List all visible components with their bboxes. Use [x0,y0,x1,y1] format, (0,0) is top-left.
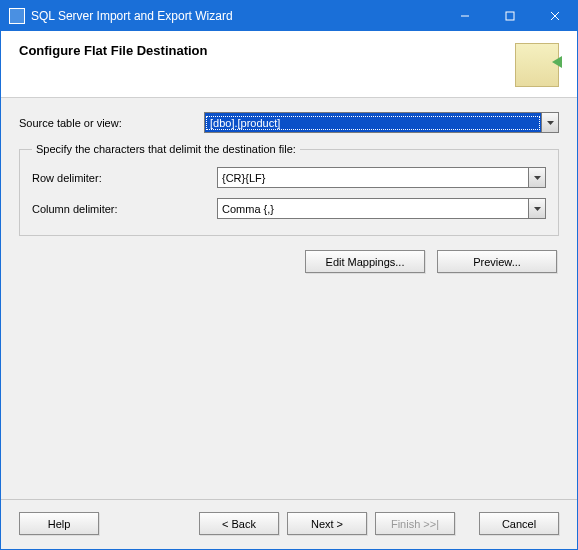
column-delimiter-label: Column delimiter: [32,203,217,215]
wizard-footer: Help < Back Next > Finish >>| Cancel [1,499,577,549]
arrow-icon [552,56,562,68]
close-button[interactable] [532,1,577,31]
row-delimiter-dropdown-button[interactable] [528,168,545,187]
window-title: SQL Server Import and Export Wizard [31,9,442,23]
row-delimiter-combo[interactable]: {CR}{LF} [217,167,546,188]
next-button[interactable]: Next > [287,512,367,535]
preview-button[interactable]: Preview... [437,250,557,273]
mapping-actions: Edit Mappings... Preview... [19,250,559,273]
finish-button: Finish >>| [375,512,455,535]
maximize-button[interactable] [487,1,532,31]
svg-marker-4 [547,121,554,125]
svg-marker-5 [534,176,541,180]
app-icon [9,8,25,24]
minimize-button[interactable] [442,1,487,31]
source-value: [dbo].[product] [206,116,540,130]
delimiters-fieldset: Specify the characters that delimit the … [19,143,559,236]
help-button[interactable]: Help [19,512,99,535]
svg-marker-6 [534,207,541,211]
row-delimiter-row: Row delimiter: {CR}{LF} [32,167,546,188]
row-delimiter-label: Row delimiter: [32,172,217,184]
wizard-window: SQL Server Import and Export Wizard Conf… [0,0,578,550]
svg-rect-1 [506,12,514,20]
source-row: Source table or view: [dbo].[product] [19,112,559,133]
chevron-down-icon [534,176,541,180]
source-label: Source table or view: [19,117,204,129]
wizard-body: Source table or view: [dbo].[product] Sp… [1,98,577,499]
maximize-icon [505,11,515,21]
close-icon [550,11,560,21]
edit-mappings-button[interactable]: Edit Mappings... [305,250,425,273]
column-delimiter-combo[interactable]: Comma {,} [217,198,546,219]
back-button[interactable]: < Back [199,512,279,535]
minimize-icon [460,11,470,21]
column-delimiter-row: Column delimiter: Comma {,} [32,198,546,219]
wizard-icon [515,43,559,87]
wizard-header: Configure Flat File Destination [1,31,577,98]
titlebar: SQL Server Import and Export Wizard [1,1,577,31]
column-delimiter-value: Comma {,} [218,203,528,215]
cancel-button[interactable]: Cancel [479,512,559,535]
source-combo[interactable]: [dbo].[product] [204,112,559,133]
source-dropdown-button[interactable] [541,113,558,132]
column-delimiter-dropdown-button[interactable] [528,199,545,218]
chevron-down-icon [534,207,541,211]
delimiters-legend: Specify the characters that delimit the … [32,143,300,155]
row-delimiter-value: {CR}{LF} [218,172,528,184]
chevron-down-icon [547,121,554,125]
page-title: Configure Flat File Destination [19,43,515,58]
